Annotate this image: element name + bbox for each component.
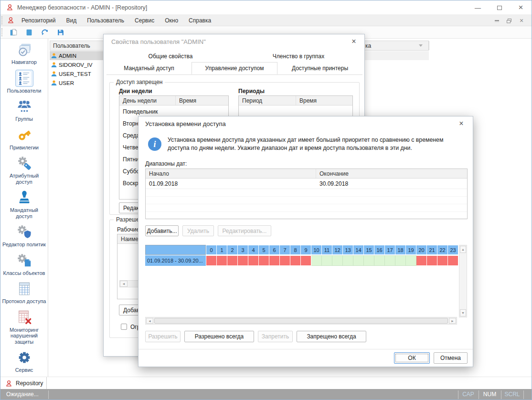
scroll-down-icon[interactable]: ▼ [460, 309, 466, 316]
user-row-user_test[interactable]: USER_TEST [50, 69, 103, 78]
scroll-left-icon[interactable]: ◄ [146, 318, 153, 324]
user-row-admin[interactable]: ADMIN [50, 51, 103, 60]
toolbar-save-button[interactable] [55, 27, 66, 38]
time-close-icon[interactable]: × [456, 118, 467, 129]
hour-header-5[interactable]: 5 [259, 245, 269, 255]
hour-header-1[interactable]: 1 [217, 245, 227, 255]
deny-always-button[interactable]: Запрещено всегда [297, 331, 366, 342]
sidebar-item-violation-monitor[interactable]: Мониторинг нарушений защиты [1, 309, 47, 345]
hour-header-7[interactable]: 7 [280, 245, 290, 255]
hour-cell-17-allowed[interactable] [385, 255, 395, 266]
toolbar-refresh-button[interactable] [39, 27, 51, 38]
hour-cell-4-denied[interactable] [248, 255, 259, 266]
scroll-up-icon[interactable]: ▲ [460, 246, 466, 253]
hour-header-12[interactable]: 12 [332, 245, 343, 255]
hour-cell-0-denied[interactable] [206, 255, 217, 266]
hour-cell-12-allowed[interactable] [332, 255, 343, 266]
hour-header-15[interactable]: 15 [364, 245, 374, 255]
grid-corner-cell[interactable] [145, 245, 206, 255]
hour-header-17[interactable]: 17 [385, 245, 395, 255]
hour-cell-21-denied[interactable] [427, 255, 437, 266]
restrict-checkbox[interactable] [121, 324, 127, 330]
sidebar-item-access-log[interactable]: Протокол доступа [1, 280, 47, 305]
hour-header-4[interactable]: 4 [248, 245, 259, 255]
hour-cell-15-allowed[interactable] [364, 255, 374, 266]
hour-cell-6-denied[interactable] [269, 255, 280, 266]
tab-access-control[interactable]: Управление доступом [192, 62, 277, 74]
mdi-restore-button[interactable] [503, 16, 515, 25]
user-row-user[interactable]: USER [50, 78, 103, 87]
hour-cell-18-allowed[interactable] [395, 255, 406, 266]
column-dropdown-arrow-icon[interactable] [419, 44, 423, 47]
user-row-sidorov_iv[interactable]: SIDOROV_IV [50, 60, 103, 69]
hour-header-8[interactable]: 8 [290, 245, 301, 255]
tab-printers[interactable]: Доступные принтеры [277, 62, 362, 74]
hour-cell-10-allowed[interactable] [311, 255, 322, 266]
hour-header-16[interactable]: 16 [374, 245, 385, 255]
hour-cell-3-denied[interactable] [238, 255, 248, 266]
hour-cell-7-denied[interactable] [280, 255, 290, 266]
weekday-col-header[interactable]: День недели [119, 96, 176, 105]
hour-cell-13-allowed[interactable] [343, 255, 353, 266]
hour-header-2[interactable]: 2 [227, 245, 238, 255]
hour-header-21[interactable]: 21 [427, 245, 437, 255]
grid-hscrollbar[interactable]: ◄ ► [145, 317, 457, 325]
sidebar-item-attr-access[interactable]: Атрибутный доступ [1, 155, 47, 185]
menu-item-1[interactable]: Репозиторий [16, 15, 61, 26]
menu-item-3[interactable]: Пользователь [82, 15, 129, 26]
hour-cell-11-allowed[interactable] [322, 255, 332, 266]
hour-cell-20-denied[interactable] [416, 255, 427, 266]
toolbar-document-button[interactable] [23, 27, 35, 38]
tab-membership[interactable]: Членство в группах [234, 51, 362, 62]
mdi-minimize-button[interactable] [490, 16, 503, 25]
tab-repository[interactable]: Repository [0, 377, 47, 389]
hour-cell-16-allowed[interactable] [374, 255, 385, 266]
props-close-icon[interactable]: × [348, 36, 360, 47]
partial-column-header[interactable]: ка [365, 41, 371, 50]
sidebar-item-users[interactable]: Пользователи [1, 70, 47, 94]
menu-item-2[interactable]: Вид [61, 15, 82, 26]
hour-header-19[interactable]: 19 [406, 245, 416, 255]
hour-header-9[interactable]: 9 [301, 245, 311, 255]
hour-header-6[interactable]: 6 [269, 245, 280, 255]
grid-vscrollbar[interactable]: ▲ ▼ [459, 245, 467, 317]
hour-cell-1-denied[interactable] [217, 255, 227, 266]
sidebar-item-policy-editor[interactable]: Редактор политик [1, 223, 47, 248]
sidebar-item-mandatory-access[interactable]: Мандатный доступ [1, 189, 47, 219]
hour-header-18[interactable]: 18 [395, 245, 406, 255]
toolbar-copy-button[interactable] [8, 27, 19, 38]
hour-cell-22-denied[interactable] [437, 255, 448, 266]
hour-cell-19-allowed[interactable] [406, 255, 416, 266]
hour-cell-14-allowed[interactable] [353, 255, 364, 266]
mdi-close-button[interactable]: × [515, 16, 528, 25]
date-ranges-table[interactable]: Начало Окончание 01.09.201830.09.2018 [145, 168, 468, 219]
minimize-button[interactable]: — [467, 0, 489, 15]
hour-header-20[interactable]: 20 [416, 245, 427, 255]
menu-item-6[interactable]: Справка [183, 15, 216, 26]
hour-header-22[interactable]: 22 [437, 245, 448, 255]
tab-general[interactable]: Общие свойства [106, 51, 234, 62]
cancel-button[interactable]: Отмена [434, 352, 468, 364]
hour-header-3[interactable]: 3 [238, 245, 248, 255]
period-time-col-header[interactable]: Время [296, 96, 352, 105]
hour-header-14[interactable]: 14 [353, 245, 364, 255]
user-column-header[interactable]: Пользователь [50, 42, 90, 49]
sidebar-item-object-classes[interactable]: Классы объектов [1, 252, 47, 276]
ok-button[interactable]: ОК [394, 352, 430, 364]
sidebar-item-navigator[interactable]: Навигатор [1, 41, 47, 65]
grid-row-label[interactable]: 01.09.2018 - 30.09.20... [145, 255, 206, 266]
hscroll-thumb[interactable] [154, 318, 448, 324]
menu-item-5[interactable]: Окно [160, 15, 183, 26]
hour-header-10[interactable]: 10 [311, 245, 322, 255]
hour-header-0[interactable]: 0 [206, 245, 217, 255]
end-col-header[interactable]: Окончание [316, 169, 467, 178]
hour-cell-8-denied[interactable] [290, 255, 301, 266]
allow-always-button[interactable]: Разрешено всегда [184, 331, 254, 342]
maximize-button[interactable] [489, 0, 510, 15]
hour-header-13[interactable]: 13 [343, 245, 353, 255]
start-col-header[interactable]: Начало [146, 169, 316, 178]
scroll-right-icon[interactable]: ► [449, 318, 456, 324]
scroll-left-icon[interactable]: ◄ [120, 281, 128, 287]
hour-cell-2-denied[interactable] [227, 255, 238, 266]
date-range-row[interactable]: 01.09.201830.09.2018 [146, 179, 467, 189]
